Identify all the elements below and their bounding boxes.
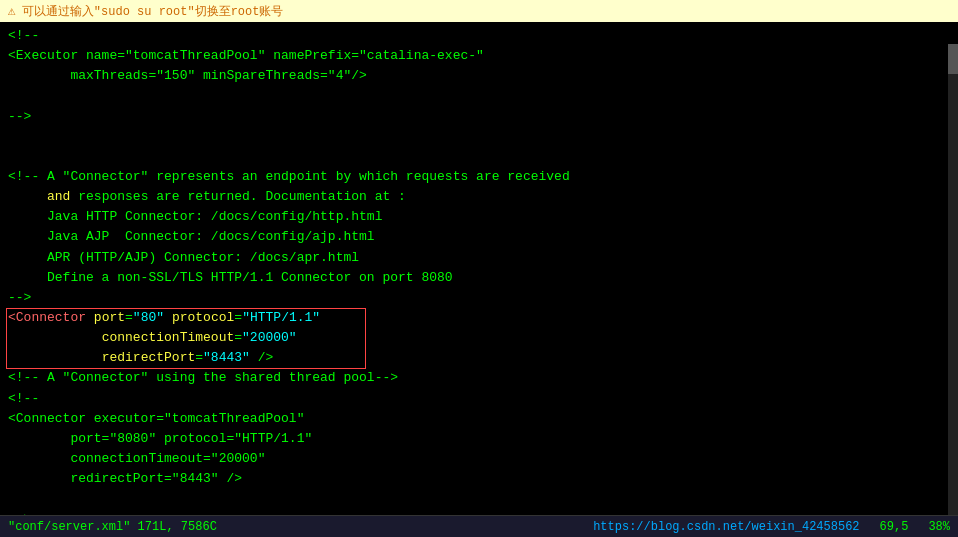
cursor-position: 69,5	[880, 520, 909, 534]
code-line: and responses are returned. Documentatio…	[8, 187, 950, 207]
scroll-percent: 38%	[928, 520, 950, 534]
code-line: APR (HTTP/AJP) Connector: /docs/apr.html	[8, 248, 950, 268]
code-line: maxThreads="150" minSpareThreads="4"/>	[8, 66, 950, 86]
code-line	[8, 489, 950, 509]
code-line: <!--	[8, 389, 950, 409]
editor-area[interactable]: <!-- <Executor name="tomcatThreadPool" n…	[0, 22, 958, 515]
code-line: -->	[8, 509, 950, 515]
code-line	[8, 127, 950, 147]
code-line: Java AJP Connector: /docs/config/ajp.htm…	[8, 227, 950, 247]
scrollbar-thumb[interactable]	[948, 44, 958, 74]
code-line: <Connector executor="tomcatThreadPool"	[8, 409, 950, 429]
code-line: redirectPort="8443" />	[8, 469, 950, 489]
warning-icon: ⚠	[8, 3, 16, 19]
code-line: port="8080" protocol="HTTP/1.1"	[8, 429, 950, 449]
status-bar: "conf/server.xml" 171L, 7586C https://bl…	[0, 515, 958, 537]
code-line	[8, 147, 950, 167]
code-line: <!-- A "Connector" represents an endpoin…	[8, 167, 950, 187]
code-line: -->	[8, 288, 950, 308]
code-line: -->	[8, 107, 950, 127]
url-link: https://blog.csdn.net/weixin_42458562	[593, 520, 859, 534]
scrollbar[interactable]	[948, 44, 958, 515]
code-line: Java HTTP Connector: /docs/config/http.h…	[8, 207, 950, 227]
code-line: connectionTimeout="20000"	[8, 449, 950, 469]
status-right: https://blog.csdn.net/weixin_42458562 69…	[593, 520, 950, 534]
code-line: Define a non-SSL/TLS HTTP/1.1 Connector …	[8, 268, 950, 288]
code-line: <!-- A "Connector" using the shared thre…	[8, 368, 950, 388]
top-bar: ⚠ 可以通过输入"sudo su root"切换至root账号	[0, 0, 958, 22]
code-line	[8, 86, 950, 106]
code-line: <Connector port="80" protocol="HTTP/1.1"	[8, 308, 950, 328]
code-line: <!--	[8, 26, 950, 46]
code-line: redirectPort="8443" />	[8, 348, 950, 368]
file-info: "conf/server.xml" 171L, 7586C	[8, 520, 217, 534]
top-bar-message: 可以通过输入"sudo su root"切换至root账号	[22, 3, 284, 20]
code-line: <Executor name="tomcatThreadPool" namePr…	[8, 46, 950, 66]
code-line: connectionTimeout="20000"	[8, 328, 950, 348]
